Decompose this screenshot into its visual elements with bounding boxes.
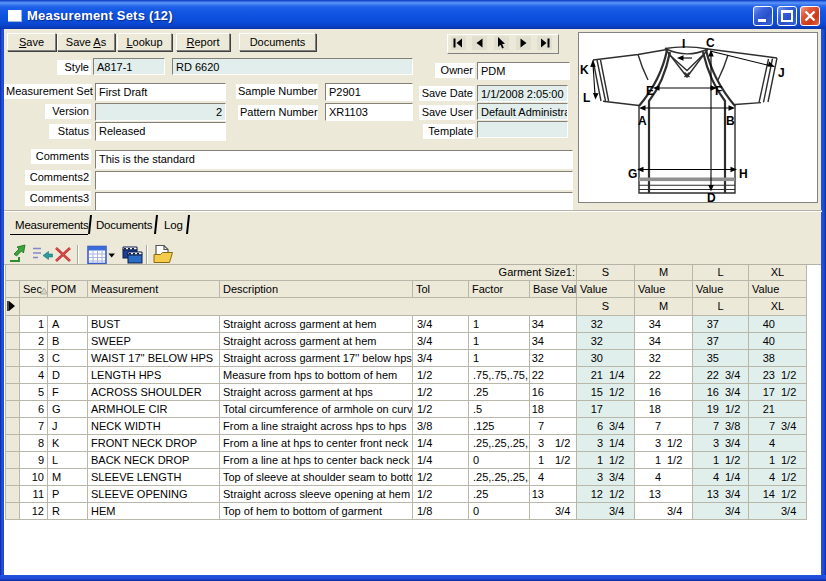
svg-text:L: L xyxy=(583,91,590,105)
svg-text:F: F xyxy=(715,84,722,98)
svg-text:B: B xyxy=(726,114,735,128)
svg-text:G: G xyxy=(628,167,637,181)
svg-text:H: H xyxy=(739,167,748,181)
svg-text:A: A xyxy=(638,114,647,128)
svg-text:C: C xyxy=(706,36,715,50)
svg-text:E: E xyxy=(646,84,654,98)
svg-text:I: I xyxy=(682,37,685,51)
svg-text:J: J xyxy=(778,66,785,80)
svg-text:K: K xyxy=(580,63,589,77)
svg-text:D: D xyxy=(707,191,716,202)
